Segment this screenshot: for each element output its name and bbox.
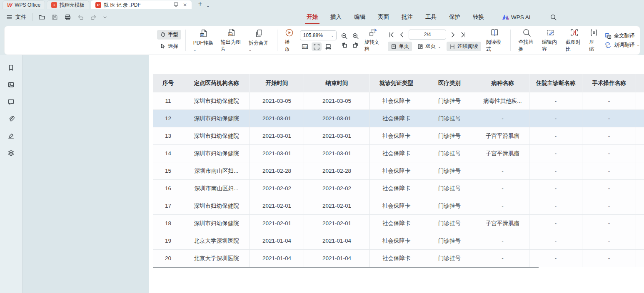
- menu-item-comment[interactable]: 批注: [402, 9, 413, 25]
- bookmarks-icon[interactable]: [7, 64, 15, 71]
- find-replace-button[interactable]: 查找替换: [515, 28, 539, 53]
- table-cell: -: [529, 180, 582, 197]
- table-row[interactable]: 20北京大学深圳医院2021-01-042021-01-04社会保障卡门诊挂号-…: [153, 250, 644, 267]
- fit-page-button[interactable]: [312, 42, 322, 51]
- double-page-button[interactable]: 双页 ⌄: [414, 42, 444, 51]
- wps-ai-icon: [502, 15, 509, 20]
- full-translate-button[interactable]: A文 全文翻译: [604, 32, 634, 40]
- tab-list-chevron-icon[interactable]: ⌄: [206, 3, 210, 8]
- table-cell: -: [529, 127, 582, 145]
- table-cell: 社会保障卡: [370, 145, 423, 162]
- table-cell: 深圳市妇幼保健院: [183, 145, 250, 162]
- table-cell: -: [529, 215, 582, 232]
- zoom-out-icon[interactable]: [341, 32, 348, 40]
- actual-size-button[interactable]: 1:1: [300, 42, 310, 51]
- zoom-level-select[interactable]: 105.88% ⌄: [300, 30, 337, 40]
- table-row[interactable]: 11深圳市妇幼保健院2021-03-052021-03-05社会保障卡门诊挂号病…: [153, 92, 644, 110]
- table-row[interactable]: 13深圳市妇幼保健院2021-03-012021-03-01社会保障卡门诊挂号子…: [153, 127, 644, 145]
- thumbnails-icon[interactable]: [7, 81, 15, 88]
- edit-content-button[interactable]: 编辑内容: [539, 28, 562, 53]
- menu-item-protect[interactable]: 保护: [449, 9, 460, 25]
- comments-icon[interactable]: [7, 98, 15, 105]
- menu-item-page[interactable]: 页面: [378, 9, 389, 25]
- prev-page-icon[interactable]: [398, 31, 405, 38]
- quickbar-chevron-icon[interactable]: [103, 15, 107, 20]
- ribbon-search-icon[interactable]: [550, 14, 557, 21]
- play-button[interactable]: 播放: [281, 28, 297, 53]
- menu-item-home[interactable]: 开始: [307, 9, 318, 25]
- redo-icon[interactable]: [90, 14, 97, 21]
- wps-ai-button[interactable]: WPS AI: [502, 14, 531, 20]
- attachments-icon[interactable]: [7, 115, 15, 122]
- rotate-document-button[interactable]: 旋转文档: [361, 28, 384, 53]
- tab-document[interactable]: P 就 医 记 录 .PDF ✕: [91, 0, 192, 9]
- table-row[interactable]: 19北京大学深圳医院2021-01-042021-01-04社会保障卡门诊挂号-…: [153, 232, 644, 250]
- rotate-right-icon[interactable]: [352, 42, 359, 49]
- menu-item-edit[interactable]: 编辑: [354, 9, 365, 25]
- pdf-page[interactable]: 序号定点医药机构名称开始时间结束时间就诊凭证类型医疗类别病种名称住院主诊断名称手…: [149, 55, 644, 293]
- table-cell: -: [476, 180, 529, 197]
- wps-pdf-window: W WPS Office ◗ 找稻壳模板 P 就 医 记 录 .PDF ✕ ＋ …: [0, 0, 644, 293]
- file-menu-label: 文件: [15, 13, 26, 21]
- continuous-read-button[interactable]: 连续阅读: [447, 42, 481, 51]
- table-row[interactable]: 16深圳市南山区妇...2021-02-022021-02-02社会保障卡门诊挂…: [153, 180, 644, 197]
- open-file-icon[interactable]: [38, 14, 45, 21]
- table-cell: 2021-03-01: [304, 127, 370, 145]
- table-cell: 2021-03-01: [250, 127, 304, 145]
- table-cell: 16: [153, 180, 183, 197]
- print-icon[interactable]: [64, 14, 71, 21]
- table-row-selected[interactable]: 12深圳市妇幼保健院2021-03-012021-03-01社会保障卡门诊挂号-…: [153, 110, 644, 127]
- fit-width-icon: [325, 43, 332, 50]
- read-mode-button[interactable]: 阅读模式: [483, 28, 507, 53]
- table-row[interactable]: 14深圳市妇幼保健院2021-03-012021-03-01社会保障卡门诊挂号子…: [153, 145, 644, 162]
- menu-item-tools[interactable]: 工具: [425, 9, 437, 25]
- screenshot-compare-button[interactable]: 截图对比: [562, 28, 586, 53]
- table-cell: -: [582, 92, 636, 110]
- undo-icon[interactable]: [77, 14, 84, 21]
- fit-width-button[interactable]: [323, 42, 333, 51]
- save-icon[interactable]: [51, 14, 58, 21]
- compress-button[interactable]: 压缩: [586, 28, 602, 53]
- single-page-button[interactable]: 单页: [388, 42, 412, 51]
- tab-window-mode-icon[interactable]: [173, 2, 179, 8]
- table-cell: 2021-02-02: [250, 180, 304, 197]
- last-page-icon[interactable]: [460, 31, 467, 38]
- rotate-left-icon[interactable]: [341, 42, 348, 49]
- file-menu-button[interactable]: 文件: [6, 13, 26, 21]
- play-icon: [285, 28, 294, 37]
- table-cell: [636, 232, 644, 250]
- table-row[interactable]: 17深圳市妇幼保健院2021-02-012021-02-01社会保障卡门诊挂号-…: [153, 197, 644, 215]
- table-cell: 社会保障卡: [370, 197, 423, 215]
- select-tool-button[interactable]: 选择: [157, 42, 181, 51]
- table-cell: 门诊挂号: [423, 215, 476, 232]
- wps-logo-icon: W: [7, 2, 12, 8]
- tab-wps-office[interactable]: W WPS Office: [2, 0, 45, 9]
- table-cell: 2021-02-28: [250, 162, 304, 180]
- continuous-read-icon: [449, 44, 455, 50]
- screenshot-compare-icon: [569, 28, 579, 37]
- word-translate-button[interactable]: 文A 划词翻译 ⌄: [604, 42, 640, 49]
- export-image-button[interactable]: 输出为图片: [217, 28, 245, 53]
- table-cell: [636, 145, 644, 162]
- next-page-icon[interactable]: [449, 31, 457, 38]
- zoom-in-icon[interactable]: [352, 32, 359, 40]
- layers-icon[interactable]: [7, 149, 15, 156]
- tab-docer-template[interactable]: ◗ 找稻壳模板: [47, 0, 89, 9]
- document-canvas[interactable]: 序号定点医药机构名称开始时间结束时间就诊凭证类型医疗类别病种名称住院主诊断名称手…: [23, 55, 644, 293]
- svg-text:1:1: 1:1: [303, 45, 307, 48]
- pdf-convert-button[interactable]: W PDF转换 ⌄: [190, 29, 217, 52]
- table-header-row: 序号定点医药机构名称开始时间结束时间就诊凭证类型医疗类别病种名称住院主诊断名称手…: [153, 74, 644, 92]
- table-row[interactable]: 15深圳市南山区妇...2021-02-282021-02-28社会保障卡门诊挂…: [153, 162, 644, 180]
- new-tab-button[interactable]: ＋: [197, 0, 204, 8]
- hand-tool-button[interactable]: 手型: [157, 30, 181, 40]
- split-merge-button[interactable]: 拆分合并 ⌄: [245, 29, 273, 52]
- table-cell: 门诊挂号: [423, 110, 476, 127]
- menu-item-insert[interactable]: 插入: [330, 9, 342, 25]
- tab-close-icon[interactable]: ✕: [183, 2, 187, 8]
- page-indicator[interactable]: 2/4: [409, 30, 446, 40]
- table-row[interactable]: 18深圳市妇幼保健院2021-02-012021-02-01社会保障卡门诊挂号子…: [153, 215, 644, 232]
- menu-item-convert[interactable]: 转换: [473, 9, 484, 25]
- table-cell: 2021-03-01: [304, 145, 370, 162]
- first-page-icon[interactable]: [388, 31, 395, 38]
- signature-icon[interactable]: [7, 132, 15, 139]
